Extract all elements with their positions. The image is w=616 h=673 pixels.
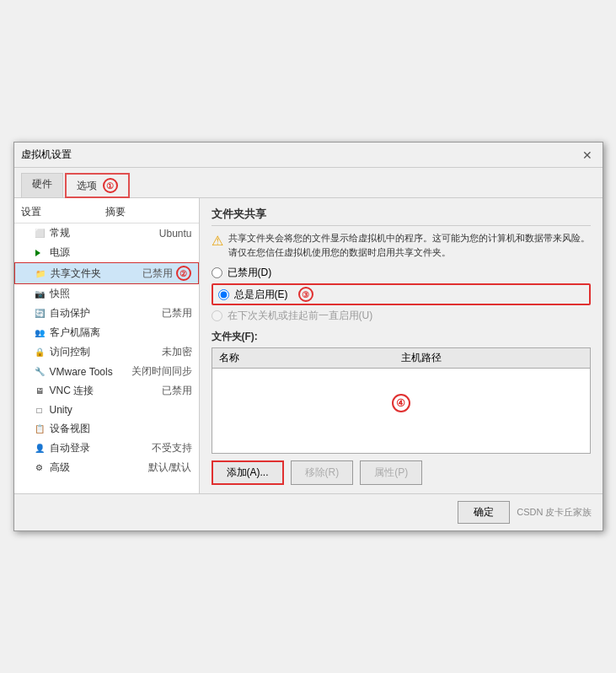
- menu-item-device-view[interactable]: 📋 设备视图: [14, 419, 199, 439]
- folder-table-header: 名称 主机路径: [212, 348, 590, 369]
- snapshots-icon: 📷: [33, 288, 46, 301]
- radio-always-input[interactable]: [218, 289, 229, 300]
- menu-item-general[interactable]: ⬜ 常规 Ubuntu: [14, 223, 199, 243]
- tab-options[interactable]: 选项 ①: [65, 173, 130, 198]
- bottom-bar: 确定 CSDN 皮卡丘家族: [14, 493, 603, 530]
- step3-circle: ③: [298, 287, 313, 302]
- right-panel: 文件夹共享 ⚠ 共享文件夹会将您的文件显示给虚拟机中的程序。这可能为您的计算机和…: [200, 198, 603, 493]
- step2-circle: ②: [176, 266, 191, 281]
- menu-item-vnc[interactable]: 🖥 VNC 连接 已禁用: [14, 381, 199, 401]
- folder-table-body: ④: [212, 369, 590, 453]
- advanced-icon: ⚙: [33, 461, 46, 475]
- folders-title: 文件夹(F):: [212, 330, 591, 344]
- radio-disabled-input[interactable]: [212, 267, 222, 278]
- menu-item-autologin[interactable]: 👤 自动登录 不受支持: [14, 439, 199, 458]
- left-panel-header: 设置 摘要: [14, 202, 199, 223]
- title-bar: 虚拟机设置 ✕: [14, 143, 603, 168]
- menu-item-advanced[interactable]: ⚙ 高级 默认/默认: [14, 458, 199, 477]
- menu-item-autoprotect[interactable]: 🔄 自动保护 已禁用: [14, 304, 199, 323]
- menu-item-unity[interactable]: □ Unity: [14, 401, 199, 419]
- radio-group: 已禁用(D) 总是启用(E) ③ 在下次关机或挂起前一直启用(U): [212, 266, 591, 323]
- menu-item-vmware-tools[interactable]: 🔧 VMware Tools 关闭时间同步: [14, 362, 199, 381]
- autoprotect-icon: 🔄: [33, 307, 46, 320]
- menu-item-access-control[interactable]: 🔒 访问控制 未加密: [14, 342, 199, 362]
- section-title: 文件夹共享: [212, 207, 591, 226]
- confirm-button[interactable]: 确定: [458, 501, 510, 524]
- folder-table: 名称 主机路径 ④: [212, 347, 591, 454]
- power-arrow-icon: [33, 246, 46, 260]
- vmware-tools-icon: 🔧: [33, 365, 46, 379]
- add-button[interactable]: 添加(A)...: [212, 460, 284, 485]
- step4-circle: ④: [392, 394, 410, 412]
- close-button[interactable]: ✕: [579, 148, 596, 162]
- properties-button[interactable]: 属性(P): [360, 460, 422, 485]
- shared-folder-icon: 📁: [34, 267, 47, 280]
- menu-item-shared-folders[interactable]: 📁 共享文件夹 已禁用 ②: [14, 262, 199, 284]
- device-view-icon: 📋: [33, 423, 46, 436]
- left-panel: 设置 摘要 ⬜ 常规 Ubuntu 电源 📁 共享文件夹 已禁用 ②: [14, 198, 200, 493]
- radio-until-poweroff-input[interactable]: [212, 310, 222, 321]
- dialog-title: 虚拟机设置: [21, 148, 72, 162]
- menu-item-snapshots[interactable]: 📷 快照: [14, 284, 199, 304]
- menu-item-power[interactable]: 电源: [14, 243, 199, 262]
- radio-disabled[interactable]: 已禁用(D): [212, 266, 591, 280]
- general-icon: ⬜: [33, 227, 46, 240]
- warning-icon: ⚠: [212, 231, 223, 259]
- guest-isolation-icon: 👥: [33, 326, 46, 340]
- access-control-icon: 🔒: [33, 346, 46, 359]
- vnc-icon: 🖥: [33, 385, 46, 398]
- autologin-icon: 👤: [33, 442, 46, 455]
- action-buttons: 添加(A)... 移除(R) 属性(P): [212, 460, 591, 485]
- shared-folders-section: 文件夹共享 ⚠ 共享文件夹会将您的文件显示给虚拟机中的程序。这可能为您的计算机和…: [212, 207, 591, 485]
- watermark: CSDN 皮卡丘家族: [517, 506, 592, 519]
- virtual-machine-settings-dialog: 虚拟机设置 ✕ 硬件 选项 ① 设置 摘要 ⬜ 常规 Ubuntu: [13, 142, 603, 531]
- warning-box: ⚠ 共享文件夹会将您的文件显示给虚拟机中的程序。这可能为您的计算机和数据带来风险…: [212, 231, 591, 259]
- tab-hardware[interactable]: 硬件: [21, 173, 63, 197]
- step1-circle: ①: [103, 178, 118, 193]
- remove-button[interactable]: 移除(R): [291, 460, 354, 485]
- radio-always[interactable]: 总是启用(E) ③: [212, 283, 591, 305]
- unity-icon: □: [33, 403, 46, 417]
- menu-item-guest-isolation[interactable]: 👥 客户机隔离: [14, 323, 199, 342]
- radio-until-poweroff[interactable]: 在下次关机或挂起前一直启用(U): [212, 309, 591, 323]
- content-area: 设置 摘要 ⬜ 常规 Ubuntu 电源 📁 共享文件夹 已禁用 ②: [14, 198, 603, 493]
- tabs-row: 硬件 选项 ①: [14, 168, 603, 198]
- file-folder-section: 文件夹(F): 名称 主机路径 ④ 添加(A)... 移除(R) 属性(: [212, 330, 591, 485]
